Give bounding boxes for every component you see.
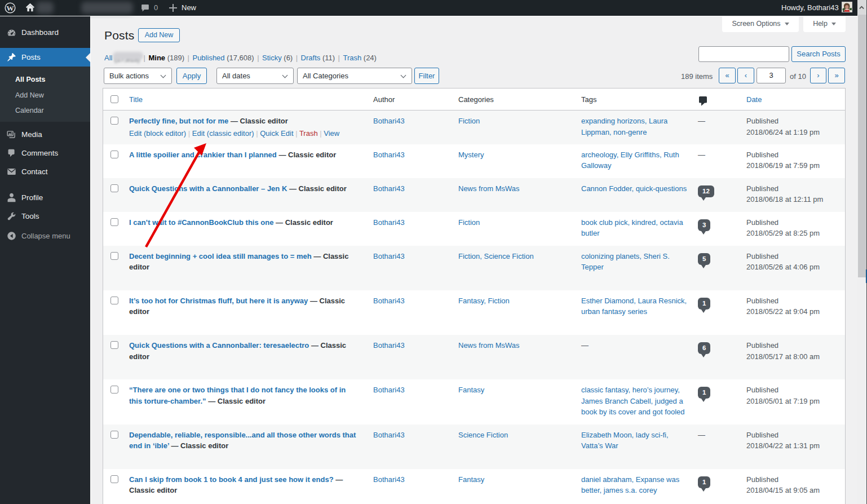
svg-text:W: W: [6, 4, 14, 12]
